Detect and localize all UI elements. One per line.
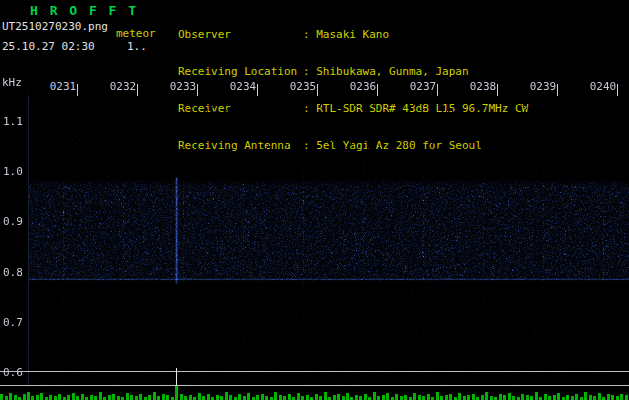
signal-bar (575, 394, 578, 400)
signal-bar (180, 394, 183, 400)
signal-bar (355, 395, 358, 400)
info-value: Masaki Kano (316, 28, 389, 41)
signal-bar (445, 395, 448, 400)
x-tick-label: 0232 (108, 80, 138, 93)
signal-bar (315, 394, 318, 400)
signal-bar (571, 396, 574, 400)
signal-bar (333, 395, 336, 400)
signal-bar (81, 394, 84, 400)
signal-bar (342, 396, 345, 400)
signal-bar (382, 395, 385, 400)
x-tick-label: 0236 (348, 80, 378, 93)
y-tick-label: 1.0 (3, 165, 23, 178)
signal-bar (162, 394, 165, 400)
signal-bar (90, 395, 93, 400)
signal-bar (472, 394, 475, 400)
signal-bar (418, 395, 421, 400)
signal-bar (611, 395, 614, 400)
minute-tick (557, 84, 558, 96)
signal-bar (526, 395, 529, 400)
y-tick-label: 0.9 (3, 215, 23, 228)
signal-bar (243, 396, 246, 400)
signal-bar (58, 394, 61, 400)
signal-bar (301, 396, 304, 400)
signal-bar (184, 396, 187, 400)
signal-bar (557, 393, 560, 400)
signal-bar (126, 393, 129, 400)
signal-bar (40, 393, 43, 400)
signal-bar (288, 394, 291, 400)
minute-tick (257, 84, 258, 96)
signal-bar (440, 396, 443, 400)
signal-bar (589, 395, 592, 400)
event-counter: 1.. (127, 40, 147, 53)
minute-tick (137, 84, 138, 96)
signal-bar (238, 394, 241, 400)
signal-bar (14, 395, 17, 400)
signal-bar (283, 396, 286, 400)
signal-bar (512, 396, 515, 400)
signal-bar (324, 392, 327, 400)
signal-bar (225, 392, 228, 400)
signal-bar (499, 394, 502, 400)
signal-bar (373, 392, 376, 400)
filename: UT2510270230.png (2, 20, 108, 33)
x-tick-label: 0237 (408, 80, 438, 93)
signal-bar (49, 395, 52, 400)
signal-bar (503, 395, 506, 400)
info-label: Observer (178, 29, 303, 41)
signal-bar (148, 395, 151, 400)
minute-tick (377, 84, 378, 96)
signal-bar (337, 394, 340, 400)
signal-bar (359, 396, 362, 400)
signal-bar (319, 396, 322, 400)
signal-bar (261, 394, 264, 400)
y-tick-label: 0.7 (3, 316, 23, 329)
station-label: meteor (116, 27, 156, 40)
observation-datetime: 25.10.27 02:30 (2, 40, 95, 53)
signal-bar (229, 395, 232, 400)
signal-bar (297, 393, 300, 400)
signal-bar (108, 395, 111, 400)
signal-bar (175, 386, 178, 400)
signal-bar (481, 395, 484, 400)
signal-bar (584, 392, 587, 400)
info-value: Shibukawa, Gunma, Japan (316, 65, 468, 78)
colon: : (303, 28, 316, 41)
y-tick-label: 0.8 (3, 266, 23, 279)
app-title: H R O F F T (30, 3, 138, 18)
signal-bar (593, 396, 596, 400)
y-tick-label: 0.6 (3, 366, 23, 379)
signal-bars-strip (0, 386, 629, 400)
signal-bar (427, 394, 430, 400)
signal-bar (166, 395, 169, 400)
y-tick-label: 1.1 (3, 115, 23, 128)
x-tick-label: 0238 (468, 80, 498, 93)
signal-bar (189, 395, 192, 400)
signal-bar (449, 394, 452, 400)
signal-bar (72, 393, 75, 400)
x-tick-label: 0233 (168, 80, 198, 93)
signal-bar (598, 393, 601, 400)
signal-bar (413, 393, 416, 400)
signal-bar (458, 393, 461, 400)
signal-bar (566, 395, 569, 400)
signal-bar (485, 392, 488, 400)
signal-bar (467, 395, 470, 400)
signal-bar (153, 392, 156, 400)
signal-bar (198, 393, 201, 400)
signal-bar (548, 396, 551, 400)
signal-bar (490, 396, 493, 400)
signal-bar (9, 393, 12, 400)
plot-left-edge (28, 95, 29, 385)
signal-bar (23, 394, 26, 400)
signal-bar (422, 396, 425, 400)
signal-bar (139, 394, 142, 400)
signal-bar (94, 396, 97, 400)
signal-bar (279, 395, 282, 400)
signal-bar (530, 396, 533, 400)
signal-bar (377, 396, 380, 400)
signal-bar (607, 394, 610, 400)
signal-bar (27, 392, 30, 400)
signal-bar (274, 392, 277, 400)
